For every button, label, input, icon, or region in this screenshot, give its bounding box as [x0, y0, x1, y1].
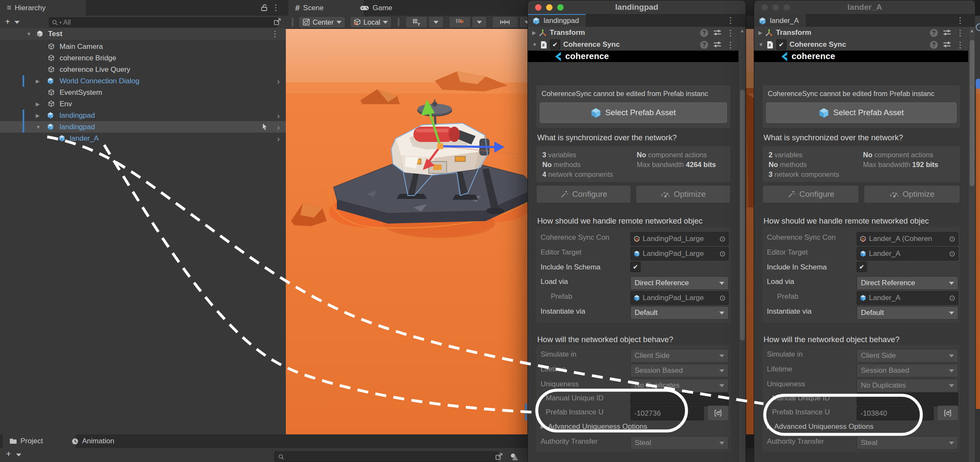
object-picker-icon[interactable]: ⊙ — [719, 249, 726, 258]
prefab-instance-uid-input[interactable]: -103840 — [857, 407, 934, 420]
open-search-window-button[interactable] — [493, 451, 505, 462]
component-kebab-icon[interactable]: ⋮ — [726, 29, 735, 37]
prefab-instance-uid-input[interactable]: -102736 — [630, 407, 704, 420]
sync-config-object-field[interactable]: {} Lander_A (Coheren ⊙ — [857, 232, 958, 246]
select-prefab-asset-button[interactable]: Select Prefab Asset — [766, 102, 957, 123]
object-picker-icon[interactable]: ⊙ — [949, 293, 955, 303]
advanced-uniqueness-foldout[interactable]: ▶Advanced Uniqueness Options — [541, 422, 729, 435]
transform-component-header[interactable]: ▶ Transform ? ⋮ — [754, 27, 969, 39]
grid-options-caret[interactable] — [428, 16, 444, 28]
hierarchy-item-main-camera[interactable]: Main Camera — [0, 41, 286, 52]
manual-unique-id-input[interactable] — [630, 393, 729, 406]
pivot-mode-dropdown[interactable]: Center — [299, 16, 345, 28]
hierarchy-item-landingpad-2-selected[interactable]: ▼ landingpad › — [0, 121, 286, 133]
open-new-window-icon[interactable] — [273, 17, 282, 26]
component-kebab-icon[interactable]: ⋮ — [726, 41, 735, 49]
optimize-button[interactable]: Optimize — [864, 185, 960, 203]
component-kebab-icon[interactable]: ⋮ — [956, 29, 964, 37]
sync-config-object-field[interactable]: {} LandingPad_Large ⊙ — [630, 232, 729, 246]
project-search-input[interactable] — [274, 451, 498, 462]
tab-animation[interactable]: Animation — [65, 434, 146, 448]
scroll-up-icon[interactable]: ▲ — [739, 28, 746, 33]
authority-transfer-dropdown[interactable]: Steal — [630, 436, 729, 450]
hierarchy-item-test[interactable]: ▼ Test ⋮ — [0, 28, 286, 40]
load-via-dropdown[interactable]: Direct Reference — [857, 276, 958, 290]
prefab-open-arrow-icon[interactable]: › — [277, 123, 280, 131]
window-titlebar[interactable]: lander_A — [754, 0, 975, 14]
include-in-schema-checkbox[interactable]: ✔ — [630, 262, 641, 272]
lock-icon[interactable] — [260, 3, 268, 12]
simulate-in-dropdown[interactable]: Client Side — [630, 349, 729, 363]
scrollbar-thumb[interactable] — [970, 40, 974, 186]
scroll-up-icon[interactable]: ▲ — [969, 28, 975, 33]
manual-unique-id-input[interactable] — [857, 393, 958, 406]
presets-icon[interactable] — [713, 41, 721, 48]
prefab-object-field[interactable]: LandingPad_Large ⊙ — [630, 291, 729, 305]
expander-icon[interactable]: ▼ — [758, 42, 763, 48]
hierarchy-search-input[interactable]: ▾ All — [49, 17, 278, 27]
prefab-open-arrow-icon[interactable]: › — [277, 111, 280, 120]
lifetime-dropdown[interactable]: Session Based — [630, 364, 729, 377]
coherence-sync-component-header[interactable]: ▼ # ✔ Coherence Sync ? ⋮ — [528, 39, 739, 51]
select-prefab-asset-button[interactable]: Select Prefab Asset — [540, 102, 727, 123]
hierarchy-item-eventsystem[interactable]: EventSystem — [0, 87, 286, 98]
hierarchy-kebab-icon[interactable]: ⋮ — [272, 3, 280, 11]
expander-icon[interactable]: ▼ — [36, 124, 41, 130]
component-kebab-icon[interactable]: ⋮ — [956, 41, 964, 49]
window-titlebar[interactable]: landingpad — [528, 0, 746, 14]
grid-visibility-button[interactable] — [405, 16, 427, 28]
prefab-open-arrow-icon[interactable]: › — [277, 77, 280, 85]
expander-icon[interactable]: ▶ — [36, 78, 40, 84]
inspector-kebab-icon[interactable]: ⋮ — [956, 16, 964, 24]
expander-icon[interactable]: ▼ — [532, 42, 537, 48]
snap-toggle-button[interactable] — [449, 16, 471, 28]
expander-icon[interactable]: ▶ — [758, 30, 762, 36]
lifetime-dropdown[interactable]: Session Based — [857, 364, 958, 377]
scrollbar-thumb[interactable] — [740, 90, 745, 340]
regenerate-uid-button[interactable] — [937, 405, 958, 421]
editor-target-object-field[interactable]: LandingPad_Large ⊙ — [630, 247, 729, 261]
regenerate-uid-button[interactable] — [707, 405, 729, 421]
help-icon[interactable]: ? — [700, 41, 708, 49]
prefab-object-field[interactable]: Lander_A ⊙ — [857, 291, 958, 305]
help-icon[interactable]: ? — [930, 41, 938, 49]
optimize-button[interactable]: Optimize — [636, 185, 730, 203]
hierarchy-item-env[interactable]: ▶ Env — [0, 98, 286, 110]
expander-icon[interactable]: ▶ — [36, 101, 40, 107]
handle-space-dropdown[interactable]: Local — [350, 16, 392, 28]
help-icon[interactable]: ? — [700, 29, 708, 37]
doctab-lander-a[interactable]: lander_A — [754, 14, 806, 27]
object-picker-icon[interactable]: ⊙ — [949, 234, 955, 244]
simulate-in-dropdown[interactable]: Client Side — [857, 349, 958, 363]
hierarchy-item-coherence-bridge[interactable]: coherence Bridge — [0, 52, 286, 64]
load-via-dropdown[interactable]: Direct Reference — [630, 276, 729, 290]
scene-kebab-icon[interactable]: ⋮ — [271, 30, 279, 38]
include-in-schema-checkbox[interactable]: ✔ — [857, 262, 867, 272]
uniqueness-dropdown[interactable]: No Duplicates — [857, 379, 958, 392]
create-caret-icon[interactable] — [14, 21, 20, 24]
hierarchy-item-world-connection-dialog[interactable]: ▶ World Connection Dialog › — [0, 75, 286, 87]
inspector-kebab-icon[interactable]: ⋮ — [726, 16, 735, 24]
hierarchy-item-lander-a[interactable]: lander_A › — [0, 133, 286, 144]
advanced-uniqueness-foldout[interactable]: ▶Advanced Uniqueness Options — [767, 422, 958, 435]
configure-button[interactable]: Configure — [763, 185, 859, 203]
measure-tool-button[interactable] — [492, 16, 518, 28]
tab-game[interactable]: Game — [353, 0, 422, 16]
inspector-scrollbar[interactable]: ▲ — [738, 27, 746, 462]
object-picker-icon[interactable]: ⊙ — [719, 234, 726, 244]
expander-icon[interactable]: ▶ — [532, 30, 536, 36]
presets-icon[interactable] — [713, 29, 721, 36]
editor-target-object-field[interactable]: Lander_A ⊙ — [857, 247, 958, 261]
presets-icon[interactable] — [943, 29, 951, 36]
component-enabled-checkbox[interactable]: ✔ — [776, 40, 786, 50]
authority-transfer-dropdown[interactable]: Steal — [857, 436, 958, 450]
snap-options-caret[interactable] — [472, 16, 487, 28]
inspector-scrollbar[interactable]: ▲ — [968, 27, 975, 462]
tab-hierarchy[interactable]: ≡ Hierarchy — [0, 0, 86, 16]
instantiate-via-dropdown[interactable]: Default — [857, 306, 958, 320]
presets-icon[interactable] — [943, 41, 951, 48]
hierarchy-item-coherence-live-query[interactable]: coherence Live Query — [0, 64, 286, 75]
asset-visibility-button[interactable] — [508, 451, 521, 462]
doctab-landingpad[interactable]: landingpad — [528, 14, 586, 27]
instantiate-via-dropdown[interactable]: Default — [630, 306, 729, 320]
